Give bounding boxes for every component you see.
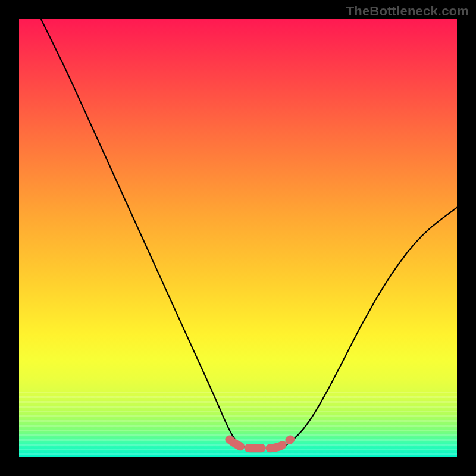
plot-area [19,19,457,457]
marker-flat [229,440,290,449]
curve-right [282,208,457,449]
curve-left [41,19,247,448]
curve-svg [19,19,457,457]
chart-frame: TheBottleneck.com [0,0,476,476]
watermark-text: TheBottleneck.com [346,4,469,19]
